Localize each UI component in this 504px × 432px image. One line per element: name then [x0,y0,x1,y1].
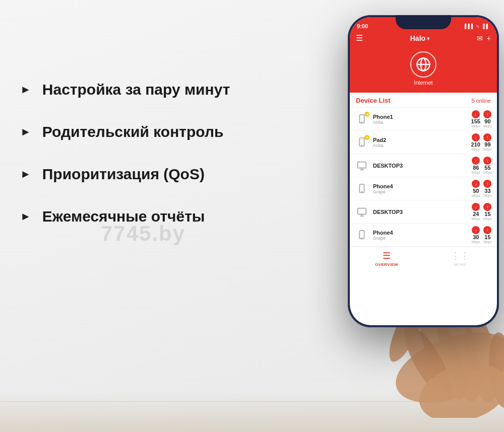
device-speeds-0: ↓ 155 Mbps ↑ 90 Mbps [471,110,492,128]
up-arrow-4: ↑ [483,203,491,211]
device-info-4: DESKTOP3 [373,209,472,215]
speed-up-1: ↑ 99 Mbps [483,133,492,151]
device-name-3: Phone4 [373,183,472,189]
device-list-header: Device List 5 online [350,93,497,108]
header-title-text: Halo [410,34,425,42]
down-unit-0: Mbps [471,124,480,128]
header-chevron-icon: ▾ [427,36,429,41]
device-user-1: Anita [373,143,471,148]
device-info-2: DESKTOP3 [373,163,472,169]
device-icon-1: ★ [355,135,369,150]
bullet-arrow-3: ► [20,168,31,181]
bullet-item-3: ► Приоритизация (QoS) [20,165,262,183]
header-title-area[interactable]: Halo ▾ [410,34,429,42]
battery-icon: ▐▐ [481,24,488,29]
device-row-0[interactable]: ★ Phone1 Anita ↓ 155 Mbps ↑ 90 Mbps [350,108,497,131]
device-list-title: Device List [356,97,391,104]
device-speeds-3: ↓ 50 Mbps ↑ 33 Mbps [472,180,492,197]
up-arrow-0: ↑ [483,110,491,118]
speed-down-2: ↓ 86 Mbps [472,157,480,174]
device-speeds-2: ↓ 86 Mbps ↑ 55 Mbps [472,157,492,174]
device-list-online: 5 online [471,98,491,104]
down-value-1: 210 [471,142,480,148]
device-row-1[interactable]: ★ Pad2 Anita ↓ 210 Mbps ↑ 99 Mbps [350,131,497,154]
device-user-3: Grape [373,189,472,194]
down-unit-1: Mbps [471,148,480,151]
up-arrow-3: ↑ [483,180,491,188]
device-info-1: Pad2 Anita [373,137,471,148]
speed-up-0: ↑ 90 Mbps [483,110,492,128]
up-value-1: 99 [484,142,490,148]
down-arrow-1: ↓ [472,133,480,141]
mail-icon[interactable]: ✉ [477,34,483,42]
speed-down-1: ↓ 210 Mbps [471,133,480,151]
status-time: 9:00 [357,23,368,29]
device-row-4[interactable]: DESKTOP3 ↓ 24 Mbps ↑ 15 Mbps [350,200,497,224]
svg-rect-7 [358,162,366,168]
watermark: 7745.by [101,222,185,246]
device-info-0: Phone1 Anita [373,114,471,125]
device-row-2[interactable]: DESKTOP3 ↓ 86 Mbps ↑ 55 Mbps [350,154,497,177]
speed-down-0: ↓ 155 Mbps [471,110,480,128]
nav-item-more[interactable]: ⋮⋮ MORE [423,250,497,267]
device-user-0: Anita [373,120,471,125]
up-arrow-5: ↑ [483,226,491,234]
up-unit-5: Mbps [483,240,492,244]
device-icon-0: ★ [355,112,369,126]
device-user-5: Grape [373,236,472,241]
up-value-3: 33 [484,188,490,194]
phone-screen: 9:00 ▌▌▌ ∿ ▐▐ ☰ Halo ▾ ✉ + [350,17,497,325]
down-arrow-0: ↓ [472,110,480,118]
device-list-container: Device List 5 online ★ Phone1 Anita ↓ 15… [350,93,497,247]
bullet-text-1: Настройка за пару минут [42,81,230,99]
header-actions: ✉ + [477,34,491,42]
device-speeds-4: ↓ 24 Mbps ↑ 15 Mbps [472,203,492,221]
device-icon-4 [355,205,369,219]
speed-up-2: ↑ 55 Mbps [483,157,492,174]
internet-label: Internet [414,80,432,86]
internet-globe-icon[interactable] [410,51,436,78]
device-row-3[interactable]: Phone4 Grape ↓ 50 Mbps ↑ 33 Mbps [350,177,497,200]
device-icon-3 [355,182,369,196]
up-value-4: 15 [484,211,490,217]
up-unit-2: Mbps [483,171,492,174]
speed-up-3: ↑ 33 Mbps [483,180,492,197]
down-value-2: 86 [473,165,479,171]
nav-item-overview[interactable]: ☰ OVERVIEW [350,250,423,267]
speed-up-4: ↑ 15 Mbps [483,203,492,221]
up-arrow-2: ↑ [483,157,491,165]
device-name-2: DESKTOP3 [373,163,472,169]
bullet-arrow-4: ► [20,210,31,223]
down-arrow-3: ↓ [472,180,480,188]
up-unit-4: Mbps [483,217,492,221]
signal-icon: ▌▌▌ [465,24,474,29]
plus-icon[interactable]: + [487,34,491,42]
up-value-0: 90 [484,119,490,124]
down-arrow-2: ↓ [472,157,480,165]
app-header: ☰ Halo ▾ ✉ + [350,32,497,47]
down-unit-4: Mbps [472,217,480,221]
up-value-2: 55 [484,165,490,171]
speed-down-5: ↓ 30 Mbps [472,226,480,244]
internet-section: Internet [350,47,497,93]
down-value-5: 30 [473,235,479,240]
svg-rect-13 [358,208,366,214]
speed-down-4: ↓ 24 Mbps [472,203,480,221]
bullet-item-2: ► Родительский контроль [20,123,262,141]
device-row-5[interactable]: Phone4 Grape ↓ 30 Mbps ↑ 15 Mbps [350,224,497,247]
device-info-5: Phone4 Grape [373,230,472,241]
up-unit-0: Mbps [483,124,492,128]
bullet-arrow-1: ► [20,83,31,96]
down-value-0: 155 [471,119,480,124]
down-value-3: 50 [473,188,479,194]
overview-icon: ☰ [383,250,391,261]
menu-icon[interactable]: ☰ [356,34,363,42]
up-value-5: 15 [484,235,490,240]
device-info-3: Phone4 Grape [373,183,472,194]
bullet-text-3: Приоритизация (QoS) [42,165,205,183]
device-rows: ★ Phone1 Anita ↓ 155 Mbps ↑ 90 Mbps [350,108,497,247]
device-speeds-1: ↓ 210 Mbps ↑ 99 Mbps [471,133,492,151]
down-value-4: 24 [473,211,479,217]
up-unit-3: Mbps [483,194,492,197]
device-speeds-5: ↓ 30 Mbps ↑ 15 Mbps [472,226,492,244]
